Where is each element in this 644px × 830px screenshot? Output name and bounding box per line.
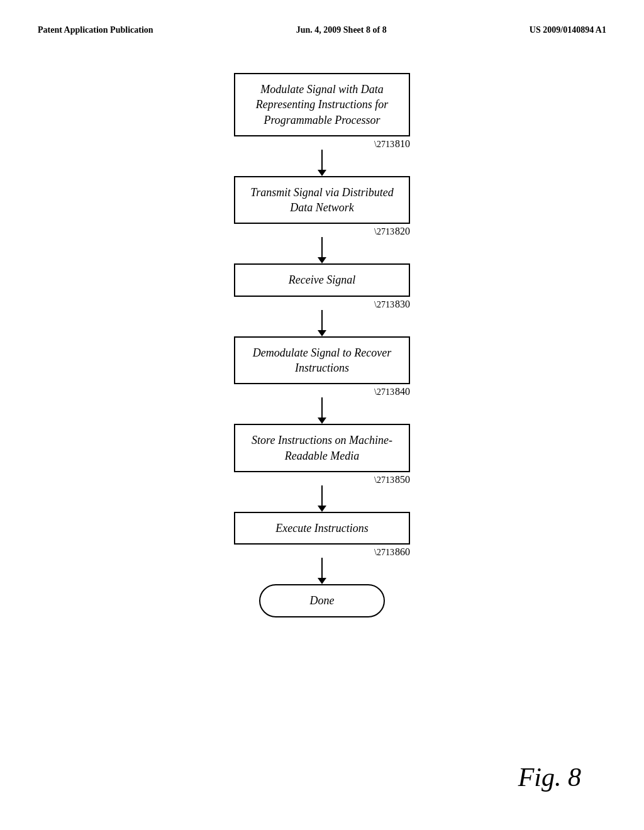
step-820-box: Transmit Signal via Distributed Data Net… [234, 176, 410, 224]
arrow-head [318, 170, 326, 176]
figure-label: Fig. 8 [518, 762, 581, 792]
step-840-box: Demodulate Signal to Recover Instruction… [234, 336, 410, 385]
flow-step-850: Store Instructions on Machine-Readable M… [0, 424, 644, 485]
done-box: Done [259, 584, 385, 617]
arrow-820-830 [318, 237, 326, 263]
flow-step-830: Receive Signal 830 [0, 263, 644, 309]
flow-step-820: Transmit Signal via Distributed Data Net… [0, 176, 644, 238]
arrow-head [318, 418, 326, 424]
step-820-number-row: 820 [234, 226, 410, 237]
flow-step-810: Modulate Signal with Data Representing I… [0, 73, 644, 150]
step-850-number-row: 850 [234, 474, 410, 485]
step-830-box: Receive Signal [234, 263, 410, 296]
step-810-label: Modulate Signal with Data Representing I… [256, 83, 388, 126]
step-840-label: Demodulate Signal to Recover Instruction… [253, 346, 391, 374]
arrow-line [321, 237, 323, 257]
step-830-label: Receive Signal [289, 274, 355, 286]
arrow-850-860 [318, 485, 326, 512]
publication-title: Patent Application Publication [38, 25, 153, 35]
step-860-number-row: 860 [234, 546, 410, 558]
step-810-number-row: 810 [234, 138, 410, 150]
flowchart-diagram: Modulate Signal with Data Representing I… [0, 35, 644, 617]
arrow-head [318, 578, 326, 584]
arrow-830-840 [318, 310, 326, 336]
step-850-number: 850 [374, 474, 410, 485]
arrow-line [321, 558, 323, 578]
publication-date-sheet: Jun. 4, 2009 Sheet 8 of 8 [296, 25, 387, 35]
step-860-box: Execute Instructions [234, 512, 410, 545]
flow-step-840: Demodulate Signal to Recover Instruction… [0, 336, 644, 398]
arrow-840-850 [318, 397, 326, 424]
step-830-number: 830 [374, 299, 410, 310]
step-810-number: 810 [374, 138, 410, 150]
arrow-head [318, 506, 326, 512]
step-820-number: 820 [374, 226, 410, 237]
page-header: Patent Application Publication Jun. 4, 2… [0, 0, 644, 35]
step-810-box: Modulate Signal with Data Representing I… [234, 73, 410, 136]
step-860-label: Execute Instructions [275, 522, 368, 534]
arrow-810-820 [318, 150, 326, 176]
flow-step-done: Done [0, 584, 644, 617]
step-840-number: 840 [374, 386, 410, 397]
flow-step-860: Execute Instructions 860 [0, 512, 644, 558]
arrow-head [318, 330, 326, 336]
step-830-number-row: 830 [234, 299, 410, 310]
arrow-head [318, 257, 326, 263]
arrow-860-done [318, 558, 326, 584]
step-850-label: Store Instructions on Machine-Readable M… [252, 434, 392, 462]
step-860-number: 860 [374, 546, 410, 558]
step-840-number-row: 840 [234, 386, 410, 397]
arrow-line [321, 485, 323, 506]
arrow-line [321, 397, 323, 418]
step-820-label: Transmit Signal via Distributed Data Net… [250, 186, 394, 214]
arrow-line [321, 150, 323, 170]
patent-number: US 2009/0140894 A1 [530, 25, 606, 35]
arrow-line [321, 310, 323, 330]
done-label: Done [310, 594, 335, 607]
step-850-box: Store Instructions on Machine-Readable M… [234, 424, 410, 472]
